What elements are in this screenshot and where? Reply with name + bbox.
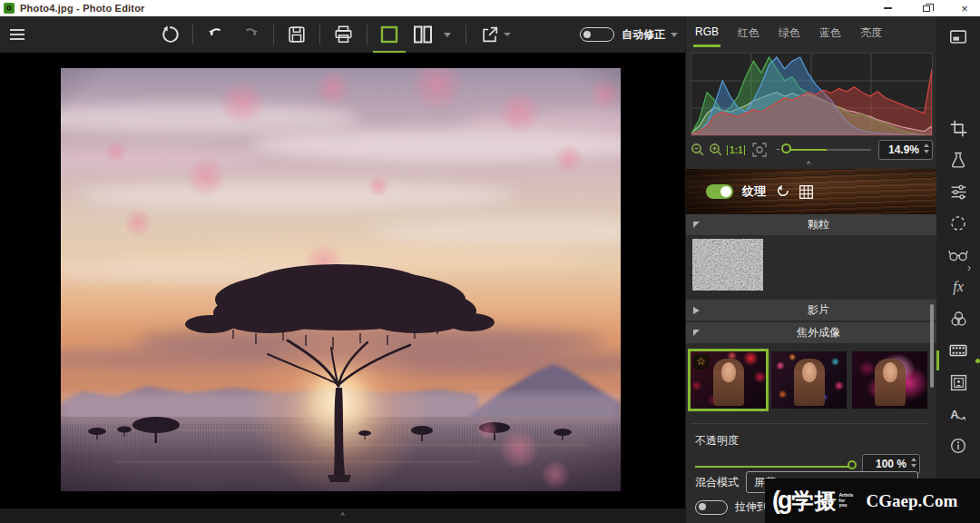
textures-tool-button-active[interactable]	[948, 340, 968, 360]
collapsed-triangle-icon	[693, 307, 700, 314]
info-icon	[949, 437, 967, 455]
photo-image[interactable]	[61, 68, 621, 491]
save-button[interactable]	[279, 21, 314, 48]
toggle-knob	[583, 31, 591, 38]
restore-button[interactable]	[911, 0, 942, 16]
chevron-down-icon	[444, 33, 451, 37]
dashed-circle-icon	[949, 214, 967, 232]
stretch-control: 拉伸到	[695, 499, 768, 515]
expanded-triangle-icon	[693, 222, 700, 228]
tab-red[interactable]: 红色	[736, 22, 761, 47]
watermark-site: CGaep.Com	[866, 491, 957, 511]
single-view-icon	[380, 25, 398, 44]
stretch-toggle[interactable]	[695, 500, 728, 515]
restore-tool-button[interactable]	[948, 150, 968, 170]
tab-green[interactable]: 绿色	[777, 22, 802, 47]
section-title: 影片	[700, 302, 937, 318]
view-mode-dropdown[interactable]	[440, 21, 455, 48]
grain-noise-image	[692, 239, 763, 291]
autofix-dropdown-icon[interactable]	[671, 33, 678, 37]
info-button[interactable]	[948, 436, 968, 456]
autofix-toggle[interactable]	[580, 27, 614, 42]
crop-tool-button[interactable]	[948, 118, 968, 138]
filmstrip-icon	[948, 340, 968, 360]
reset-icon	[160, 25, 180, 44]
favorite-star-badge[interactable]: ☆	[693, 354, 709, 370]
bokeh-preset-2[interactable]	[771, 351, 847, 409]
bokeh-preset-1-selected[interactable]: ☆	[691, 351, 766, 409]
texture-toggle[interactable]	[706, 184, 733, 199]
zoom-controls: 1:1 - 14.9%	[691, 139, 933, 161]
adjust-panel: RGB 红色 绿色 蓝色 亮度	[685, 16, 936, 523]
adjust-tool-button[interactable]	[948, 182, 968, 202]
tab-blue[interactable]: 蓝色	[818, 22, 843, 47]
denoise-tool-button[interactable]	[948, 245, 968, 265]
panel-expand-chevron[interactable]: ›	[967, 262, 971, 274]
expanded-triangle-icon	[693, 330, 700, 336]
print-button[interactable]	[326, 21, 361, 48]
minimize-button[interactable]	[872, 0, 903, 16]
editor-canvas[interactable]	[0, 53, 685, 508]
watermark-logo-mark: (g	[772, 487, 789, 515]
grain-texture-thumbnail[interactable]	[692, 239, 763, 291]
savanna-sunset-photo	[61, 68, 621, 491]
tab-rgb[interactable]: RGB	[693, 22, 720, 47]
opacity-slider-handle[interactable]	[848, 460, 857, 469]
section-header-film[interactable]: 影片	[686, 300, 937, 321]
tab-luminance[interactable]: 亮度	[858, 22, 884, 47]
toggle-knob	[699, 503, 706, 510]
spinner-arrows[interactable]	[924, 143, 929, 153]
screen-view-button[interactable]	[948, 27, 968, 47]
blend-mode-label: 混合模式	[695, 475, 739, 490]
zoom-out-icon	[691, 143, 705, 157]
zoom-slider[interactable]	[783, 149, 871, 151]
section-header-bokeh[interactable]: 焦外成像	[686, 322, 937, 344]
reset-button[interactable]	[152, 21, 187, 48]
texture-reset-icon[interactable]	[775, 183, 791, 200]
zoom-in-icon	[709, 143, 723, 157]
color-blend-tool-button[interactable]	[948, 309, 968, 329]
section-title: 颗粒	[700, 217, 937, 232]
share-button[interactable]	[472, 21, 518, 48]
section-header-grain[interactable]: 颗粒	[686, 214, 937, 236]
opacity-control: 不透明度 100 %	[695, 433, 929, 474]
bottom-panel-expander[interactable]: ^	[0, 508, 685, 523]
close-button[interactable]: ×	[949, 0, 980, 16]
selection-tool-button[interactable]	[948, 213, 968, 233]
histogram-tabs: RGB 红色 绿色 蓝色 亮度	[693, 22, 884, 47]
app-icon	[4, 3, 15, 14]
watermark-logo-text: 学摄	[791, 487, 837, 516]
active-tool-dot	[975, 359, 980, 363]
texture-grid-icon[interactable]	[799, 184, 814, 200]
bokeh-preset-3[interactable]	[852, 351, 927, 409]
hamburger-icon	[9, 27, 27, 42]
opacity-slider[interactable]	[695, 466, 851, 469]
histogram-collapse-arrow[interactable]: ^	[686, 160, 931, 169]
zoom-actual-size-button[interactable]: 1:1	[727, 145, 745, 155]
share-icon	[479, 25, 501, 44]
share-dropdown-icon	[504, 33, 511, 36]
texture-banner: 纹理	[686, 169, 937, 214]
save-icon	[287, 25, 307, 44]
redo-button[interactable]	[233, 21, 268, 48]
zoom-fit-button[interactable]	[752, 143, 767, 157]
close-icon: ×	[961, 2, 968, 15]
spinner-arrows[interactable]	[911, 458, 916, 468]
zoom-out-button[interactable]	[691, 143, 705, 157]
menu-button[interactable]	[2, 21, 34, 48]
zoom-in-button[interactable]	[709, 143, 723, 157]
compare-view-button[interactable]	[406, 21, 440, 48]
undo-button[interactable]	[199, 21, 233, 48]
print-icon	[333, 25, 354, 44]
text-tool-button[interactable]: A	[948, 404, 968, 424]
frames-tool-button[interactable]	[948, 372, 968, 392]
panel-scrollbar[interactable]	[930, 304, 934, 388]
zoom-slider-minus[interactable]: -	[776, 143, 779, 155]
single-view-button[interactable]	[373, 19, 406, 54]
zoom-slider-handle[interactable]	[781, 143, 791, 153]
restore-icon	[923, 5, 930, 12]
divider	[691, 423, 929, 424]
zoom-value-spinbox[interactable]: 14.9%	[878, 140, 933, 160]
effects-tool-button[interactable]: fx	[948, 277, 968, 297]
main-toolbar: 自动修正	[0, 16, 685, 53]
